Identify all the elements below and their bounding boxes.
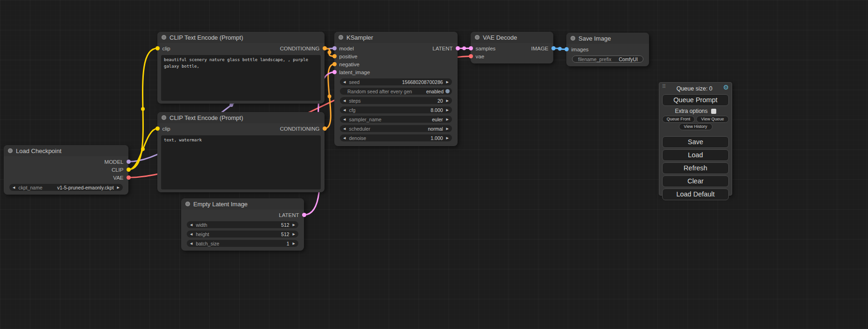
prompt-textarea[interactable]: beautiful scenery nature glass bottle la… <box>161 55 321 101</box>
view-history-button[interactable]: View History <box>679 123 713 130</box>
vae-output-dot[interactable] <box>127 175 131 180</box>
model-output-dot[interactable] <box>127 160 131 164</box>
queue-front-button[interactable]: Queue Front <box>662 116 695 123</box>
node-vae-decode[interactable]: VAE Decode samples IMAGE vae <box>471 32 553 63</box>
clip-input-dot[interactable] <box>155 126 160 131</box>
extra-options-label: Extra options <box>675 108 707 114</box>
node-save-image[interactable]: Save Image images filename_prefix ComfyU… <box>566 33 649 66</box>
node-title-bar[interactable]: Save Image <box>566 33 649 44</box>
negative-input-dot[interactable] <box>332 62 337 66</box>
refresh-button[interactable]: Refresh <box>662 162 729 174</box>
load-button[interactable]: Load <box>662 149 729 161</box>
decrement-arrow-icon[interactable]: ◀ <box>343 127 346 130</box>
queue-controls-row: Queue Front View Queue <box>662 116 729 123</box>
increment-arrow-icon[interactable]: ▶ <box>117 186 120 189</box>
widget-value: 20 <box>438 98 443 104</box>
node-title-bar[interactable]: KSampler <box>334 32 458 43</box>
cfg-widget[interactable]: ◀ cfg 8.000 ▶ <box>340 106 452 113</box>
seed-widget[interactable]: ◀ seed 156680208700286 ▶ <box>340 78 452 85</box>
drag-handle-icon[interactable]: ⠿ <box>662 84 666 90</box>
increment-arrow-icon[interactable]: ▶ <box>446 127 449 130</box>
widget-label: steps <box>349 98 360 104</box>
node-title-bar[interactable]: Empty Latent Image <box>181 198 304 210</box>
latent-output-dot[interactable] <box>302 213 306 217</box>
collapse-dot-icon[interactable] <box>162 35 166 40</box>
increment-arrow-icon[interactable]: ▶ <box>446 118 449 121</box>
view-queue-button[interactable]: View Queue <box>696 116 729 123</box>
model-input-dot[interactable] <box>332 46 337 50</box>
decrement-arrow-icon[interactable]: ◀ <box>343 118 346 121</box>
extra-options-checkbox[interactable] <box>711 109 716 114</box>
batch-size-widget[interactable]: ◀ batch_size 1 ▶ <box>187 240 298 247</box>
settings-gear-icon[interactable]: ⚙ <box>723 84 729 91</box>
sampler-name-widget[interactable]: ◀ sampler_name euler ▶ <box>340 116 452 123</box>
load-default-button[interactable]: Load Default <box>662 189 729 200</box>
output-label-conditioning: CONDITIONING <box>280 46 320 51</box>
input-label-negative: negative <box>339 62 360 67</box>
width-widget[interactable]: ◀ width 512 ▶ <box>187 221 298 228</box>
samples-input-dot[interactable] <box>469 46 473 50</box>
ckpt-name-widget[interactable]: ◀ ckpt_name v1-5-pruned-emaonly.ckpt ▶ <box>9 184 123 191</box>
clip-input-dot[interactable] <box>155 46 160 50</box>
increment-arrow-icon[interactable]: ▶ <box>293 232 295 236</box>
images-input-dot[interactable] <box>565 47 569 51</box>
collapse-dot-icon[interactable] <box>571 36 575 41</box>
node-title-bar[interactable]: CLIP Text Encode (Prompt) <box>157 32 325 43</box>
prompt-textarea[interactable]: text, watermark <box>161 135 321 189</box>
steps-widget[interactable]: ◀ steps 20 ▶ <box>340 97 452 104</box>
increment-arrow-icon[interactable]: ▶ <box>293 223 295 226</box>
node-load-checkpoint[interactable]: Load Checkpoint MODEL CLIP VAE ◀ ckpt_na… <box>4 145 128 195</box>
output-label-image: IMAGE <box>531 46 548 51</box>
node-empty-latent-image[interactable]: Empty Latent Image LATENT ◀ width 512 ▶ … <box>181 198 304 251</box>
input-label-clip: clip <box>162 46 170 51</box>
decrement-arrow-icon[interactable]: ◀ <box>190 232 192 236</box>
collapse-dot-icon[interactable] <box>475 35 480 40</box>
vae-input-dot[interactable] <box>469 54 473 58</box>
clear-button[interactable]: Clear <box>662 175 729 187</box>
node-ksampler[interactable]: KSampler model LATENT positive negative <box>334 32 458 146</box>
toggle-knob-icon[interactable] <box>445 89 450 93</box>
extra-options-row: Extra options <box>662 108 729 114</box>
positive-input-dot[interactable] <box>332 54 337 58</box>
increment-arrow-icon[interactable]: ▶ <box>446 80 449 84</box>
decrement-arrow-icon[interactable]: ◀ <box>343 108 346 112</box>
widget-value: 8.000 <box>430 107 443 113</box>
collapse-dot-icon[interactable] <box>8 148 13 153</box>
height-widget[interactable]: ◀ height 512 ▶ <box>187 231 298 238</box>
save-button[interactable]: Save <box>662 136 729 148</box>
decrement-arrow-icon[interactable]: ◀ <box>190 242 192 245</box>
increment-arrow-icon[interactable]: ▶ <box>446 108 449 112</box>
node-title-bar[interactable]: VAE Decode <box>471 32 553 43</box>
node-title-bar[interactable]: Load Checkpoint <box>4 145 128 156</box>
clip-output-dot[interactable] <box>127 168 131 172</box>
output-label-conditioning: CONDITIONING <box>280 126 320 132</box>
scheduler-widget[interactable]: ◀ scheduler normal ▶ <box>340 125 452 132</box>
decrement-arrow-icon[interactable]: ◀ <box>13 186 15 189</box>
decrement-arrow-icon[interactable]: ◀ <box>190 223 192 226</box>
collapse-dot-icon[interactable] <box>339 35 343 40</box>
widget-label: width <box>196 222 207 228</box>
filename-prefix-widget[interactable]: filename_prefix ComfyUI <box>572 56 643 63</box>
widget-label: ckpt_name <box>18 185 42 190</box>
latent-output-dot[interactable] <box>456 46 460 50</box>
latent-image-input-dot[interactable] <box>332 70 337 74</box>
increment-arrow-icon[interactable]: ▶ <box>446 99 449 102</box>
decrement-arrow-icon[interactable]: ◀ <box>343 99 346 102</box>
random-seed-toggle-widget[interactable]: Random seed after every gen enabled <box>340 88 452 95</box>
input-label-latent-image: latent_image <box>339 70 370 75</box>
image-output-dot[interactable] <box>551 46 556 50</box>
slot-row: vae <box>471 52 553 60</box>
denoise-widget[interactable]: ◀ denoise 1.000 ▶ <box>340 134 452 141</box>
queue-prompt-button[interactable]: Queue Prompt <box>662 94 729 106</box>
increment-arrow-icon[interactable]: ▶ <box>446 136 449 140</box>
decrement-arrow-icon[interactable]: ◀ <box>343 136 346 140</box>
node-title-bar[interactable]: CLIP Text Encode (Prompt) <box>157 112 325 123</box>
node-clip-text-encode-positive[interactable]: CLIP Text Encode (Prompt) clip CONDITION… <box>157 32 325 104</box>
conditioning-output-dot[interactable] <box>323 46 327 50</box>
collapse-dot-icon[interactable] <box>162 115 166 120</box>
increment-arrow-icon[interactable]: ▶ <box>293 242 295 245</box>
collapse-dot-icon[interactable] <box>185 202 190 206</box>
conditioning-output-dot[interactable] <box>323 126 327 131</box>
decrement-arrow-icon[interactable]: ◀ <box>343 80 346 84</box>
node-clip-text-encode-negative[interactable]: CLIP Text Encode (Prompt) clip CONDITION… <box>157 112 325 192</box>
